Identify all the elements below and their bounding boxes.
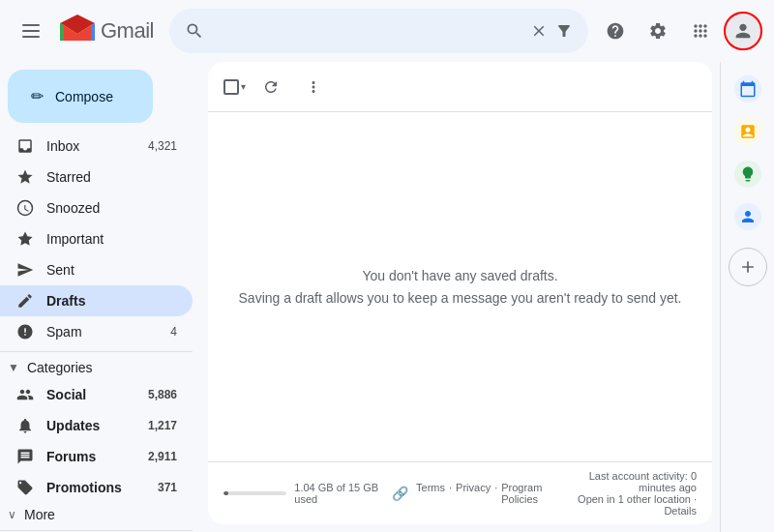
content-footer: 1.04 GB of 15 GB used 🔗 Terms · Privacy … (208, 461, 712, 524)
spam-label: Spam (46, 324, 170, 340)
spam-count: 4 (170, 325, 177, 339)
important-label: Important (46, 231, 177, 247)
sidebar: ✏ Compose Inbox 4,321 Starred Snoozed (0, 62, 208, 532)
promotions-icon (15, 479, 35, 496)
updates-count: 1,217 (148, 419, 177, 432)
footer-links: Terms · Privacy · Program Policies (416, 482, 551, 505)
important-icon (15, 230, 35, 248)
privacy-link[interactable]: Privacy (456, 482, 491, 505)
forums-icon (15, 448, 35, 465)
more-categories-label: More (24, 507, 55, 522)
search-icon (185, 21, 204, 41)
search-filter-icon[interactable] (555, 22, 573, 40)
sent-label: Sent (46, 262, 177, 278)
starred-label: Starred (46, 169, 177, 185)
more-options-button[interactable] (296, 70, 331, 104)
footer-activity: Last account activity: 0 minutes ago Ope… (559, 470, 697, 517)
spam-icon (15, 323, 35, 340)
calendar-button[interactable] (729, 70, 767, 108)
sidebar-item-spam[interactable]: Spam 4 (0, 316, 193, 347)
categories-arrow-icon: ▼ (8, 361, 19, 374)
refresh-button[interactable] (253, 70, 288, 104)
categories-label: Categories (27, 360, 93, 375)
tasks-icon (734, 118, 761, 145)
sidebar-item-important[interactable]: Important (0, 223, 193, 254)
gmail-logo: Gmail (58, 12, 154, 50)
select-chevron-icon[interactable]: ▾ (241, 81, 246, 92)
external-link-icon[interactable]: 🔗 (392, 486, 408, 501)
categories-expand[interactable]: ▼ Categories (0, 356, 208, 379)
sidebar-item-drafts[interactable]: Drafts (0, 285, 193, 316)
sidebar-item-starred[interactable]: Starred (0, 162, 193, 192)
terms-link[interactable]: Terms (416, 482, 445, 505)
svg-rect-2 (22, 36, 40, 38)
content-toolbar: ▾ (208, 62, 712, 112)
search-input[interactable]: in:draft (212, 22, 522, 40)
apps-button[interactable] (681, 12, 720, 50)
empty-state-line2: Saving a draft allows you to keep a mess… (239, 287, 682, 309)
storage-bar-fill (223, 491, 228, 495)
sidebar-item-inbox[interactable]: Inbox 4,321 (0, 131, 193, 162)
social-count: 5,886 (148, 388, 177, 401)
sidebar-item-snoozed[interactable]: Snoozed (0, 192, 193, 223)
last-activity-text: Last account activity: 0 minutes ago (559, 470, 697, 493)
social-label: Social (46, 387, 148, 402)
promotions-label: Promotions (46, 480, 158, 495)
app-header: Gmail in:draft (0, 0, 774, 62)
account-avatar[interactable] (724, 12, 762, 50)
select-all-checkbox[interactable] (223, 79, 239, 95)
keep-icon (734, 161, 761, 188)
labels-divider (0, 530, 193, 531)
sidebar-item-updates[interactable]: Updates 1,217 (0, 410, 193, 441)
help-button[interactable] (596, 12, 635, 50)
updates-label: Updates (46, 418, 148, 433)
forums-label: Forums (46, 449, 148, 464)
compose-button[interactable]: ✏ Compose (8, 70, 153, 123)
keep-button[interactable] (729, 155, 767, 193)
forums-count: 2,911 (148, 450, 177, 463)
snoozed-icon (15, 199, 35, 217)
empty-state: You don't have any saved drafts. Saving … (208, 112, 712, 461)
drafts-icon (15, 292, 35, 310)
sidebar-item-forums[interactable]: Forums 2,911 (0, 441, 193, 472)
storage-used-text: 1.04 GB of 15 GB used (294, 482, 384, 505)
sidebar-item-sent[interactable]: Sent (0, 254, 193, 285)
updates-icon (15, 417, 35, 434)
more-categories-btn[interactable]: ∨ More (0, 503, 208, 526)
header-right-actions (596, 12, 762, 50)
compose-icon: ✏ (31, 87, 44, 105)
nav-divider (0, 351, 193, 352)
svg-rect-0 (22, 24, 40, 26)
sent-icon (15, 261, 35, 279)
empty-state-line1: You don't have any saved drafts. (362, 265, 557, 286)
select-all-wrapper[interactable]: ▾ (223, 79, 246, 95)
inbox-icon (15, 137, 35, 155)
social-icon (15, 386, 35, 403)
drafts-label: Drafts (46, 293, 177, 309)
contacts-button[interactable] (729, 197, 767, 236)
main-layout: ✏ Compose Inbox 4,321 Starred Snoozed (0, 62, 774, 532)
more-categories-arrow: ∨ (8, 508, 16, 521)
inbox-label: Inbox (46, 138, 148, 154)
add-apps-button[interactable] (729, 248, 767, 286)
promotions-count: 371 (158, 481, 177, 494)
right-panel (720, 62, 774, 532)
search-clear-icon[interactable] (530, 22, 548, 40)
settings-button[interactable] (639, 12, 677, 50)
menu-button[interactable] (12, 12, 50, 50)
svg-rect-1 (22, 30, 40, 32)
sidebar-item-promotions[interactable]: Promotions 371 (0, 472, 193, 503)
starred-icon (15, 168, 35, 186)
app-name: Gmail (101, 18, 154, 44)
calendar-icon (734, 75, 761, 103)
program-policies-link[interactable]: Program Policies (501, 482, 551, 505)
search-bar[interactable]: in:draft (169, 9, 588, 53)
contacts-icon (734, 203, 761, 230)
tasks-button[interactable] (729, 112, 767, 151)
open-in-text: Open in 1 other location · Details (559, 493, 697, 517)
snoozed-label: Snoozed (46, 200, 177, 216)
inbox-count: 4,321 (148, 139, 177, 153)
compose-label: Compose (55, 89, 113, 104)
main-content: ▾ You don't have any saved drafts. Savin… (208, 62, 712, 524)
sidebar-item-social[interactable]: Social 5,886 (0, 379, 193, 410)
